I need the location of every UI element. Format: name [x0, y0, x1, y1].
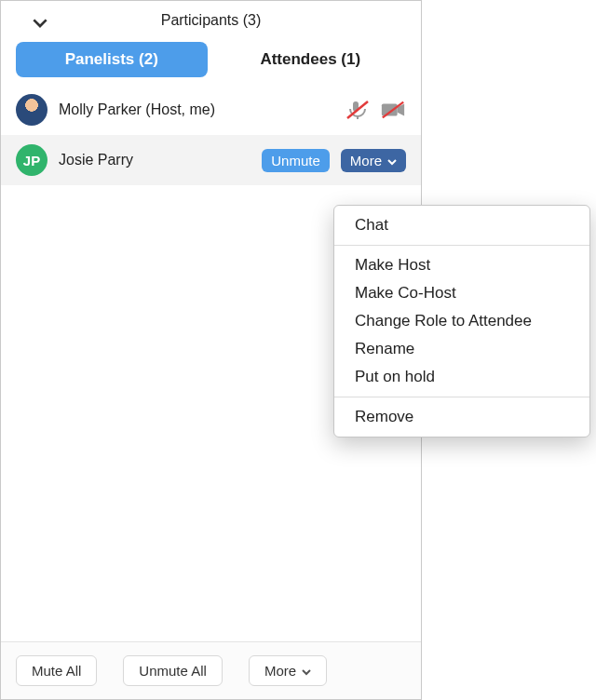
more-button-label: More — [350, 153, 382, 168]
participant-name: Molly Parker (Host, me) — [59, 101, 333, 118]
unmute-all-button[interactable]: Unmute All — [123, 655, 223, 686]
tab-attendees[interactable]: Attendees (1) — [215, 42, 407, 77]
panel-footer: Mute All Unmute All More — [1, 641, 421, 699]
collapse-icon[interactable] — [33, 16, 47, 31]
participant-row: JP Josie Parry Unmute More — [1, 135, 421, 185]
footer-more-label: More — [264, 663, 296, 679]
participant-row: Molly Parker (Host, me) — [1, 85, 421, 135]
panel-header: Participants (3) — [1, 1, 421, 42]
mute-all-button[interactable]: Mute All — [16, 655, 97, 686]
avatar: JP — [16, 144, 47, 176]
menu-make-host[interactable]: Make Host — [334, 251, 589, 279]
avatar — [16, 94, 47, 126]
chevron-down-icon — [302, 663, 311, 679]
menu-chat[interactable]: Chat — [334, 211, 589, 239]
menu-rename[interactable]: Rename — [334, 335, 589, 363]
menu-put-on-hold[interactable]: Put on hold — [334, 363, 589, 391]
panel-title: Participants (3) — [14, 12, 408, 29]
participant-name: Josie Parry — [59, 152, 251, 168]
chevron-down-icon — [387, 153, 397, 168]
status-icons — [345, 100, 406, 120]
tabs: Panelists (2) Attendees (1) — [1, 42, 421, 85]
more-button[interactable]: More — [341, 149, 406, 172]
footer-more-button[interactable]: More — [249, 655, 327, 686]
tab-panelists[interactable]: Panelists (2) — [16, 42, 208, 77]
menu-separator — [334, 397, 589, 397]
mic-muted-icon — [345, 100, 371, 120]
menu-separator — [334, 245, 589, 246]
menu-remove[interactable]: Remove — [334, 403, 589, 431]
unmute-button[interactable]: Unmute — [262, 149, 330, 172]
more-dropdown: Chat Make Host Make Co-Host Change Role … — [333, 205, 590, 438]
menu-change-role[interactable]: Change Role to Attendee — [334, 307, 589, 335]
svg-rect-3 — [382, 103, 398, 115]
menu-make-co-host[interactable]: Make Co-Host — [334, 279, 589, 307]
video-off-icon — [380, 100, 406, 120]
